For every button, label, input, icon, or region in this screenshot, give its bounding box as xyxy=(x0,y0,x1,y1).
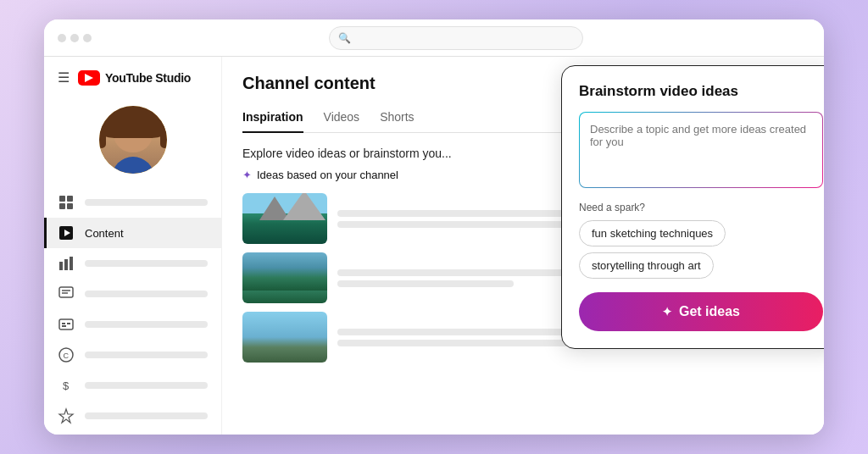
svg-rect-3 xyxy=(67,203,73,209)
sidebar-item-label-content: Content xyxy=(85,227,124,240)
ideas-based-label: Ideas based on your channel xyxy=(257,169,398,181)
subtitles-icon xyxy=(58,316,75,333)
sidebar-item-content[interactable]: Content xyxy=(44,218,221,248)
svg-rect-9 xyxy=(59,287,73,297)
tab-inspiration[interactable]: Inspiration xyxy=(242,105,303,132)
nav-item-line xyxy=(85,199,208,206)
sidebar-item-subtitles[interactable] xyxy=(44,309,221,340)
sidebar-item-customization[interactable] xyxy=(44,401,221,431)
tab-videos[interactable]: Videos xyxy=(324,105,360,132)
sidebar-item-comments[interactable] xyxy=(44,279,221,309)
svg-rect-1 xyxy=(67,196,73,202)
browser-dots xyxy=(58,34,92,42)
main-content: Channel content Inspiration Videos Short… xyxy=(222,57,824,435)
comments-icon xyxy=(58,285,75,302)
browser-search-bar: 🔍 xyxy=(329,26,583,50)
sidebar: ☰ YouTube Studio xyxy=(44,57,222,435)
browser-dot-green xyxy=(83,34,92,42)
brainstorm-title: Brainstorm video ideas xyxy=(579,83,823,100)
sidebar-item-analytics[interactable] xyxy=(44,248,221,279)
brainstorm-panel: Brainstorm video ideas Need a spark? fun… xyxy=(561,65,824,349)
avatar-hair xyxy=(99,106,167,138)
customization-icon xyxy=(58,407,75,424)
monetization-icon: $ xyxy=(58,377,75,394)
browser-dot-yellow xyxy=(70,34,79,42)
sidebar-header: ☰ YouTube Studio xyxy=(44,67,221,99)
sidebar-nav: Content xyxy=(44,187,221,435)
video-thumbnail-2 xyxy=(242,252,327,303)
avatar xyxy=(99,106,167,174)
sidebar-item-dashboard[interactable] xyxy=(44,187,221,218)
svg-rect-8 xyxy=(70,257,73,270)
avatar-body xyxy=(112,157,154,174)
copyright-icon: C xyxy=(58,346,75,363)
nav-item-line xyxy=(85,352,208,358)
spark-icon: ✦ xyxy=(242,169,252,181)
chip-fun-sketching[interactable]: fun sketching techniques xyxy=(579,220,726,246)
hamburger-icon[interactable]: ☰ xyxy=(58,71,70,85)
video-thumbnail-1 xyxy=(242,193,327,244)
app-body: ☰ YouTube Studio xyxy=(44,57,824,435)
nav-item-line xyxy=(85,291,208,297)
browser-bar: 🔍 xyxy=(44,19,824,57)
analytics-icon xyxy=(58,255,75,272)
youtube-icon xyxy=(78,70,100,86)
studio-label: YouTube Studio xyxy=(105,71,191,85)
avatar-face xyxy=(99,106,167,174)
idea-input[interactable] xyxy=(579,112,823,188)
get-ideas-label: Get ideas xyxy=(679,304,740,319)
svg-rect-2 xyxy=(59,203,65,209)
browser-window: 🔍 ☰ YouTube Studio xyxy=(44,19,824,435)
youtube-logo: YouTube Studio xyxy=(78,70,191,86)
need-spark-label: Need a spark? xyxy=(579,202,823,213)
get-ideas-button[interactable]: ✦ Get ideas xyxy=(579,292,823,331)
dashboard-icon xyxy=(58,194,75,211)
svg-text:$: $ xyxy=(63,379,70,392)
tab-shorts[interactable]: Shorts xyxy=(380,105,414,132)
content-icon xyxy=(58,224,75,241)
svg-rect-6 xyxy=(59,262,63,270)
nav-item-line xyxy=(85,412,208,419)
browser-search-icon: 🔍 xyxy=(338,32,351,44)
sidebar-item-copyright[interactable]: C xyxy=(44,340,221,370)
browser-dot-red xyxy=(58,34,66,42)
video-line xyxy=(337,280,514,287)
video-thumbnail-3 xyxy=(242,312,327,363)
svg-rect-0 xyxy=(59,196,65,202)
nav-item-line xyxy=(85,321,208,328)
svg-rect-7 xyxy=(64,259,68,270)
sidebar-item-monetization[interactable]: $ xyxy=(44,370,221,401)
sidebar-item-audio[interactable] xyxy=(44,431,221,435)
svg-rect-12 xyxy=(59,319,73,329)
nav-item-line xyxy=(85,260,208,267)
chip-storytelling[interactable]: storytelling through art xyxy=(579,252,714,279)
sparkle-icon: ✦ xyxy=(662,305,672,318)
svg-text:C: C xyxy=(64,352,70,360)
nav-item-line xyxy=(85,382,208,389)
chip-list: fun sketching techniques storytelling th… xyxy=(579,220,823,279)
avatar-section xyxy=(44,99,221,187)
